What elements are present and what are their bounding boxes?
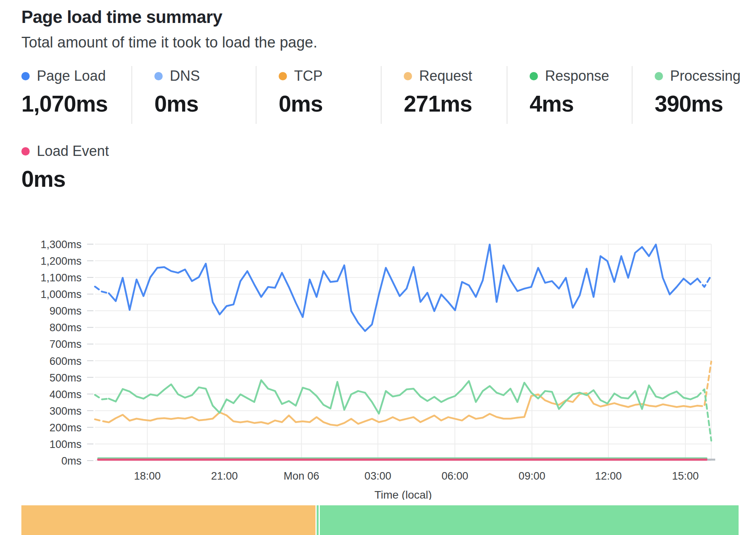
stat-value: 0ms [154, 91, 256, 117]
stat-processing[interactable]: Processing 390ms [632, 66, 756, 124]
stat-value: 0ms [279, 91, 381, 117]
series-line-processing [109, 380, 697, 414]
y-axis-label: 1,000ms [40, 288, 82, 300]
y-axis-label: 800ms [49, 322, 82, 334]
stat-page-load[interactable]: Page Load 1,070ms [21, 66, 131, 124]
stat-value: 4ms [530, 91, 632, 117]
x-axis-label: 03:00 [365, 470, 391, 482]
load-event-dot-icon [21, 147, 30, 156]
stat-label: Response [545, 68, 609, 84]
chart-canvas: 0ms100ms200ms300ms400ms500ms600ms700ms80… [21, 234, 739, 500]
x-axis-title: Time (local) [374, 489, 432, 500]
y-axis-label: 1,200ms [40, 255, 82, 267]
y-axis-label: 700ms [49, 338, 82, 350]
page-load-time-chart[interactable]: 0ms100ms200ms300ms400ms500ms600ms700ms80… [21, 234, 756, 501]
bar-segment-processing-sliver [317, 505, 319, 535]
page-title: Page load time summary [21, 7, 756, 27]
stat-label: TCP [294, 68, 323, 84]
stat-value: 390ms [655, 91, 756, 117]
stat-label: DNS [170, 68, 200, 84]
series-line-request [109, 393, 697, 426]
stat-label: Page Load [37, 68, 106, 84]
x-axis-label: Mon 06 [284, 470, 319, 482]
stat-load-event[interactable]: Load Event 0ms [21, 141, 756, 199]
stat-label: Processing [670, 68, 741, 84]
y-axis-label: 400ms [49, 389, 82, 400]
page-load-dot-icon [21, 72, 30, 80]
x-axis-label: 09:00 [519, 470, 545, 482]
y-axis-label: 200ms [49, 422, 82, 434]
dns-dot-icon [154, 72, 163, 80]
bar-segment-processing-portion [320, 505, 739, 535]
y-axis-label: 900ms [49, 305, 82, 317]
stat-label: Request [419, 68, 472, 84]
y-axis-label: 600ms [49, 355, 82, 367]
series-line-page-load [95, 286, 109, 293]
x-axis-label: 21:00 [211, 470, 238, 482]
y-axis-label: 500ms [49, 372, 82, 384]
y-axis-label: 1,300ms [40, 239, 82, 250]
y-axis-label: 100ms [49, 438, 82, 450]
series-line-page-load [697, 275, 711, 287]
stat-value: 271ms [404, 91, 507, 117]
stat-response[interactable]: Response 4ms [507, 66, 632, 124]
stat-dns[interactable]: DNS 0ms [131, 66, 256, 124]
x-axis-label: 12:00 [595, 470, 622, 482]
processing-dot-icon [655, 72, 663, 80]
stat-request[interactable]: Request 271ms [381, 66, 507, 124]
metric-legend-row: Page Load 1,070ms DNS 0ms TCP 0ms Reques… [21, 66, 756, 124]
y-axis-label: 0ms [61, 455, 82, 467]
response-dot-icon [530, 72, 538, 80]
x-axis-label: 15:00 [672, 470, 699, 482]
stat-label: Load Event [37, 143, 109, 159]
series-line-request [697, 362, 711, 406]
page-load-summary-panel: Page load time summary Total amount of t… [0, 0, 756, 535]
tcp-dot-icon [279, 72, 287, 80]
stat-value: 0ms [21, 166, 756, 192]
y-axis-label: 300ms [49, 405, 82, 417]
x-axis-label: 18:00 [134, 470, 161, 482]
bar-segment-request-portion [21, 505, 315, 535]
page-subtitle: Total amount of time it took to load the… [21, 34, 756, 51]
request-dot-icon [404, 72, 412, 80]
request-processing-proportion-bar [21, 505, 739, 535]
series-line-page-load [109, 245, 697, 331]
y-axis-label: 1,100ms [40, 272, 82, 284]
series-line-processing [697, 389, 711, 441]
stat-value: 1,070ms [21, 91, 131, 117]
series-line-request [95, 419, 109, 423]
series-line-processing [95, 395, 109, 399]
x-axis-label: 06:00 [441, 470, 468, 482]
stat-tcp[interactable]: TCP 0ms [256, 66, 381, 124]
